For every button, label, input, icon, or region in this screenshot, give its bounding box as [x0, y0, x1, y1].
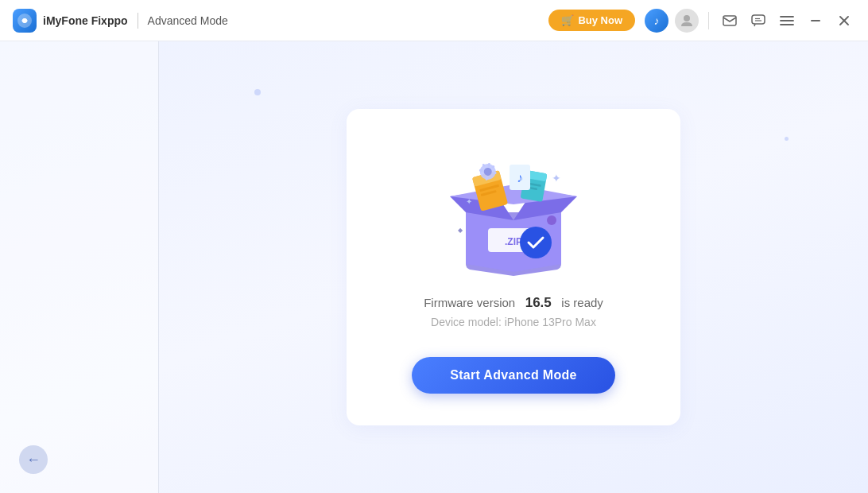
logo-icon — [13, 9, 37, 33]
chat-button[interactable] — [747, 10, 769, 32]
device-name: iPhone 13Pro Max — [505, 316, 596, 328]
content-card: .ZIP — [347, 109, 680, 425]
music-icon: ♪ — [654, 14, 660, 27]
buy-now-button[interactable]: 🛒 Buy Now — [548, 10, 635, 31]
svg-text:♪: ♪ — [517, 171, 523, 184]
app-logo: iMyFone Fixppo — [13, 9, 128, 33]
svg-point-34 — [547, 215, 556, 225]
buy-now-label: Buy Now — [578, 14, 622, 26]
mail-button[interactable] — [719, 10, 741, 32]
svg-point-1 — [22, 18, 27, 23]
firmware-info: Firmware version 16.5 is ready Device mo… — [424, 295, 603, 351]
device-label: Device model: — [431, 316, 502, 328]
start-advanced-mode-button[interactable]: Start Advancd Mode — [412, 357, 615, 394]
firmware-illustration: .ZIP — [434, 141, 593, 276]
svg-point-31 — [520, 227, 552, 258]
titlebar-actions: ♪ — [645, 9, 855, 33]
back-icon: ← — [26, 452, 41, 468]
svg-text:.ZIP: .ZIP — [505, 236, 522, 247]
titlebar-vert-divider — [708, 12, 709, 29]
svg-rect-4 — [752, 15, 765, 24]
firmware-label-suffix: is ready — [561, 296, 603, 309]
svg-text:✦: ✦ — [552, 172, 561, 184]
sidebar — [0, 41, 159, 493]
firmware-version-line: Firmware version 16.5 is ready — [424, 295, 603, 311]
back-button[interactable]: ← — [19, 445, 48, 474]
svg-rect-8 — [811, 20, 820, 21]
device-model-line: Device model: iPhone 13Pro Max — [424, 316, 603, 328]
title-divider — [138, 13, 138, 29]
deco-dot-2 — [785, 137, 789, 141]
mode-label: Advanced Mode — [148, 14, 228, 27]
close-button[interactable] — [833, 10, 855, 32]
svg-text:◆: ◆ — [458, 227, 463, 234]
minimize-button[interactable] — [804, 10, 827, 32]
main-content: .ZIP — [0, 41, 868, 493]
firmware-label-prefix: Firmware version — [424, 296, 515, 309]
firmware-version-number: 16.5 — [525, 295, 552, 310]
menu-button[interactable] — [776, 10, 798, 32]
user-avatar[interactable] — [675, 9, 699, 33]
svg-text:✦: ✦ — [466, 197, 472, 206]
svg-rect-3 — [723, 16, 736, 25]
center-area: .ZIP — [159, 41, 868, 493]
music-icon-button[interactable]: ♪ — [645, 9, 668, 33]
cart-icon: 🛒 — [561, 14, 574, 26]
titlebar: iMyFone Fixppo Advanced Mode 🛒 Buy Now ♪ — [0, 0, 868, 41]
deco-dot-1 — [254, 89, 261, 95]
app-name: iMyFone Fixppo — [43, 14, 128, 27]
svg-point-2 — [684, 15, 690, 21]
